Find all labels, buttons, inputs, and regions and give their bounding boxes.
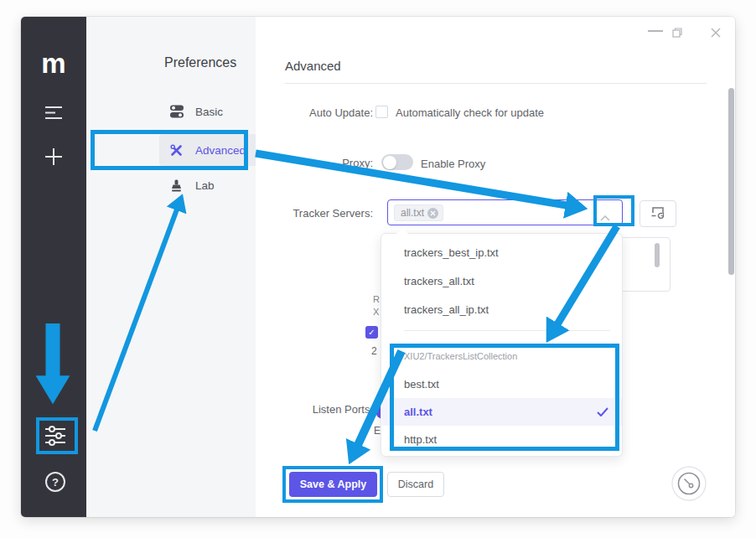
chevron-up-icon[interactable]	[600, 210, 610, 225]
auto-update-checkbox[interactable]	[375, 106, 388, 118]
main-scrollbar-thumb[interactable]	[728, 88, 734, 275]
preferences-nav: Preferences Basic	[86, 17, 256, 517]
dropdown-option[interactable]: trackers_best_ip.txt	[404, 246, 499, 259]
dropdown-option[interactable]: http.txt	[404, 433, 437, 446]
tag-label: all.txt	[401, 207, 424, 219]
nav-label-advanced: Advanced	[195, 144, 246, 157]
motrix-logo: m	[40, 50, 67, 77]
app-rail: m ?	[21, 17, 86, 517]
dropdown-option[interactable]: trackers_all.txt	[404, 275, 474, 287]
dropdown-option-selected[interactable]: all.txt	[404, 406, 432, 418]
nav-title: Preferences	[164, 55, 236, 70]
preferences-sliders-icon[interactable]	[44, 425, 66, 447]
add-task-icon[interactable]	[44, 147, 63, 166]
dropdown-group-label: XIU2/TrackersListCollection	[404, 351, 517, 361]
app-window: m ? Preferences	[21, 17, 735, 517]
occluded-checkbox-fragment: ✓	[365, 326, 378, 339]
auto-update-option-label: Automatically check for update	[396, 106, 544, 119]
proxy-label: Proxy:	[172, 157, 373, 169]
sync-trackers-button[interactable]	[639, 200, 676, 227]
proxy-toggle[interactable]	[381, 154, 413, 170]
title-divider	[285, 83, 707, 84]
textarea-scrollbar-thumb[interactable]	[655, 243, 660, 267]
speed-limit-gauge-button[interactable]	[671, 466, 707, 501]
app-screenshot: m ? Preferences	[0, 0, 756, 538]
auto-update-label: Auto Update:	[172, 106, 373, 119]
occluded-text-fragment: X	[373, 307, 379, 317]
task-list-icon[interactable]	[44, 106, 63, 120]
dropdown-option[interactable]: trackers_all_ip.txt	[404, 303, 489, 316]
help-icon[interactable]: ?	[45, 472, 65, 492]
dropdown-divider	[404, 330, 610, 331]
proxy-option-label: Enable Proxy	[421, 158, 485, 170]
help-glyph: ?	[52, 476, 59, 489]
page-title: Advanced	[285, 59, 341, 73]
occluded-text-fragment: R	[373, 294, 380, 304]
dropdown-option[interactable]: best.txt	[404, 378, 439, 391]
lab-stamp-icon	[170, 179, 184, 192]
tracker-servers-select[interactable]: all.txt	[387, 199, 623, 225]
save-apply-button[interactable]: Save & Apply	[289, 472, 377, 497]
listen-ports-label: Listen Ports:	[172, 403, 373, 416]
sync-trackers-icon	[650, 205, 665, 222]
discard-button[interactable]: Discard	[387, 472, 444, 497]
nav-label-lab: Lab	[195, 179, 215, 192]
selected-tracker-tag: all.txt	[394, 204, 443, 221]
close-button[interactable]	[711, 26, 721, 36]
tracker-servers-label: Tracker Servers:	[172, 207, 373, 220]
tracker-dropdown: trackers_best_ip.txt trackers_all.txt tr…	[381, 233, 623, 457]
tools-icon	[170, 144, 184, 157]
popover-notch	[396, 228, 408, 234]
toggle-knob	[383, 156, 396, 169]
minimize-button[interactable]	[648, 30, 663, 32]
maximize-button[interactable]	[672, 26, 682, 36]
occluded-text-fragment: E	[374, 425, 381, 437]
check-icon	[597, 405, 608, 420]
occluded-text-fragment: 2	[371, 345, 377, 357]
tag-close-icon[interactable]	[427, 208, 438, 219]
